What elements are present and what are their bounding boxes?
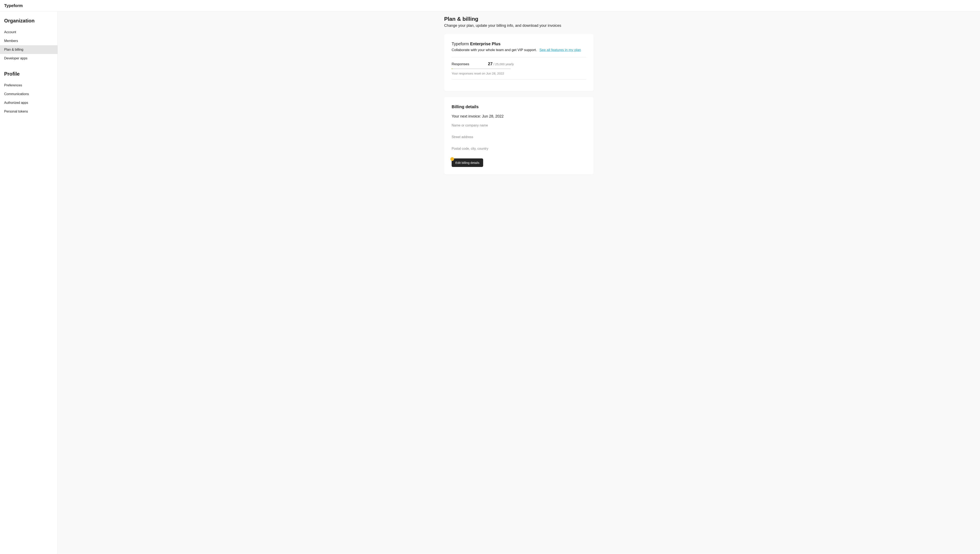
sidebar-item-label: Preferences <box>4 83 22 87</box>
plan-desc-row: Collaborate with your whole team and get… <box>452 48 586 52</box>
sidebar-item-plan-billing[interactable]: Plan & billing <box>0 45 57 54</box>
sidebar-item-label: Developer apps <box>4 56 27 60</box>
sidebar-item-label: Account <box>4 30 16 34</box>
app-logo[interactable]: Typeform <box>4 3 976 8</box>
sidebar-item-preferences[interactable]: Preferences <box>0 81 57 90</box>
sidebar-item-label: Communications <box>4 92 29 96</box>
sidebar-item-members[interactable]: Members <box>0 37 57 45</box>
page-title: Plan & billing <box>444 16 593 22</box>
sidebar-item-label: Personal tokens <box>4 110 28 113</box>
sidebar-item-authorized-apps[interactable]: Authorized apps <box>0 98 57 107</box>
next-invoice: Your next invoice: Jun 28, 2022 <box>452 114 586 118</box>
sidebar-item-personal-tokens[interactable]: Personal tokens <box>0 107 57 116</box>
usage-limit: / 25,000 yearly <box>493 62 514 66</box>
usage-label: Responses <box>452 62 469 66</box>
sidebar-item-label: Members <box>4 39 18 43</box>
sidebar-item-communications[interactable]: Communications <box>0 90 57 98</box>
sidebar-item-account[interactable]: Account <box>0 28 57 37</box>
billing-card: Billing details Your next invoice: Jun 2… <box>444 97 593 174</box>
plan-tier: Enterprise Plus <box>470 42 501 46</box>
usage-reset-note: Your responses reset on Jun 28, 2022 <box>452 72 586 75</box>
sidebar: Organization Account Members Plan & bill… <box>0 12 58 554</box>
sidebar-item-label: Plan & billing <box>4 48 24 51</box>
usage-row: Responses 27 / 25,000 yearly <box>452 61 586 66</box>
divider <box>452 79 586 80</box>
content-wrapper: Plan & billing Change your plan, update … <box>444 16 593 541</box>
sidebar-section-profile: Profile <box>0 71 57 77</box>
page-subtitle: Change your plan, update your billing in… <box>444 24 593 28</box>
sidebar-item-developer-apps[interactable]: Developer apps <box>0 54 57 63</box>
attention-indicator-icon <box>450 157 454 161</box>
usage-count: 27 <box>488 61 493 66</box>
sidebar-item-label: Authorized apps <box>4 101 28 104</box>
app-header: Typeform <box>0 0 980 12</box>
edit-billing-button[interactable]: Edit billing details <box>452 158 483 167</box>
sidebar-section-organization: Organization <box>0 18 57 24</box>
field-postal-label: Postal code, city, country <box>452 147 586 150</box>
usage-progress-fill <box>452 68 452 69</box>
main-content: Plan & billing Change your plan, update … <box>58 12 980 554</box>
see-features-link[interactable]: See all features in my plan <box>539 48 581 52</box>
main-layout: Organization Account Members Plan & bill… <box>0 12 980 554</box>
plan-card: Typeform Enterprise Plus Collaborate wit… <box>444 34 593 91</box>
plan-name: Typeform Enterprise Plus <box>452 42 586 46</box>
divider <box>452 57 586 57</box>
edit-button-wrap: Edit billing details <box>452 158 483 167</box>
field-name-label: Name or company name <box>452 123 586 127</box>
billing-heading: Billing details <box>452 104 586 109</box>
usage-value: 27 / 25,000 yearly <box>488 61 586 66</box>
usage-progress-bar <box>452 68 511 69</box>
field-street-label: Street address <box>452 135 586 139</box>
plan-description: Collaborate with your whole team and get… <box>452 48 537 52</box>
plan-brand: Typeform <box>452 42 469 46</box>
